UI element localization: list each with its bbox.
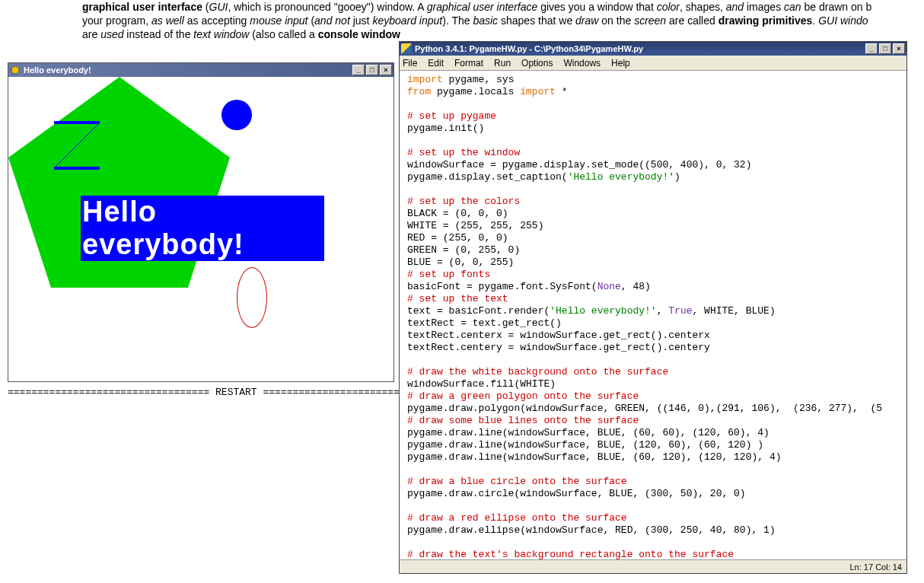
blue-circle (221, 100, 252, 130)
menu-windows[interactable]: Windows (563, 58, 601, 68)
status-line-col: Ln: 17 Col: 14 (850, 562, 903, 572)
python-icon (401, 43, 412, 54)
pygame-app-icon (10, 65, 21, 75)
svg-point-0 (11, 66, 19, 74)
text-red-box: Hello everybody! (81, 199, 324, 258)
idle-title-text: Python 3.4.1: PygameHW.py - C:\Python34\… (415, 44, 643, 53)
code-editor[interactable]: import pygame, sys from pygame.locals im… (400, 71, 906, 559)
idle-titlebar[interactable]: Python 3.4.1: PygameHW.py - C:\Python34\… (400, 42, 906, 56)
idle-menubar: File Edit Format Run Options Windows Hel… (400, 56, 906, 71)
idle-window: Python 3.4.1: PygameHW.py - C:\Python34\… (399, 41, 907, 574)
maximize-button[interactable]: □ (366, 65, 378, 75)
background-article-text: graphical user interface (GUI, which is … (82, 0, 924, 42)
menu-options[interactable]: Options (521, 58, 553, 68)
menu-run[interactable]: Run (494, 58, 511, 68)
idle-close-button[interactable]: × (893, 43, 905, 54)
red-ellipse (237, 267, 267, 328)
blue-line-3 (54, 167, 100, 170)
pygame-title: Hello everybody! (24, 65, 91, 75)
blue-line-1 (54, 121, 100, 124)
menu-edit[interactable]: Edit (428, 58, 444, 68)
idle-maximize-button[interactable]: □ (879, 43, 891, 54)
pygame-canvas: Hello everybody! (8, 77, 393, 381)
close-button[interactable]: × (380, 65, 392, 75)
menu-file[interactable]: File (403, 58, 417, 68)
minimize-button[interactable]: _ (352, 65, 365, 75)
menu-format[interactable]: Format (454, 58, 483, 68)
idle-statusbar: Ln: 17 Col: 14 (400, 559, 906, 573)
pygame-window: Hello everybody! _ □ × Hello everybody! (8, 62, 394, 382)
canvas-text: Hello everybody! (81, 196, 324, 261)
pygame-titlebar[interactable]: Hello everybody! _ □ × (8, 63, 393, 77)
menu-help[interactable]: Help (611, 58, 630, 68)
shell-restart-text: ================================== RESTA… (8, 387, 465, 398)
idle-minimize-button[interactable]: _ (865, 43, 878, 54)
